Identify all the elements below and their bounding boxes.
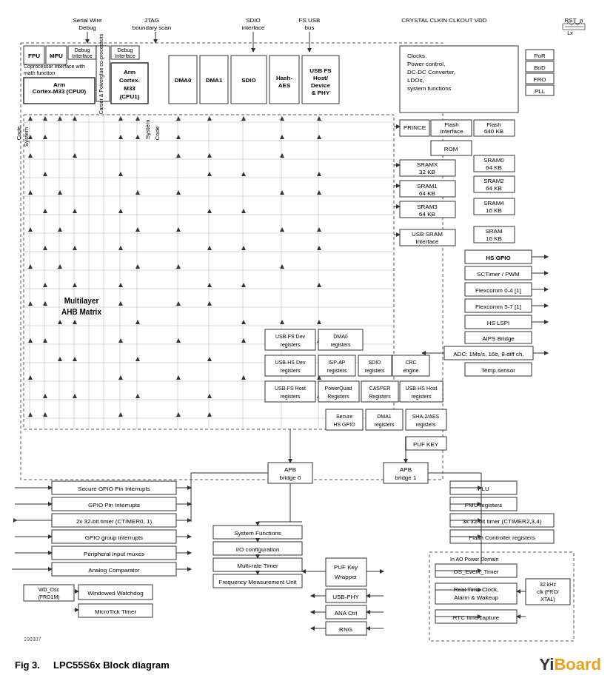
svg-text:PoR: PoR <box>534 53 546 59</box>
svg-text:engine: engine <box>403 368 418 374</box>
svg-text:Debug: Debug <box>118 47 133 53</box>
svg-text:Device: Device <box>311 82 330 89</box>
svg-marker-253 <box>43 412 47 417</box>
svg-text:GPIO group interrupts: GPIO group interrupts <box>85 534 143 541</box>
svg-text:JTAG: JTAG <box>144 17 159 24</box>
svg-text:Registers: Registers <box>369 394 391 400</box>
svg-marker-234 <box>241 338 246 343</box>
svg-marker-229 <box>317 320 321 324</box>
svg-text:(CPU1): (CPU1) <box>120 93 140 100</box>
svg-text:Interface: Interface <box>115 53 135 58</box>
svg-marker-231 <box>43 338 47 343</box>
brand-yi-text: Yi <box>539 655 554 674</box>
svg-marker-177 <box>176 153 181 158</box>
svg-text:DMA0: DMA0 <box>333 334 348 339</box>
svg-text:HS GPIO: HS GPIO <box>333 422 355 427</box>
svg-text:SCTimer / PWM: SCTimer / PWM <box>477 271 520 278</box>
svg-text:clk (FRO/: clk (FRO/ <box>537 589 559 595</box>
svg-rect-331 <box>326 558 366 586</box>
svg-text:Cortex-: Cortex- <box>119 77 140 84</box>
svg-text:DMA1: DMA1 <box>206 77 223 84</box>
svg-marker-246 <box>43 394 47 398</box>
svg-text:OS_Event_Timer: OS_Event_Timer <box>453 568 498 575</box>
svg-text:system functions: system functions <box>407 85 452 92</box>
svg-text:Multi-rate Timer: Multi-rate Timer <box>237 563 278 569</box>
svg-marker-247 <box>73 394 77 398</box>
svg-marker-230 <box>28 338 33 343</box>
svg-marker-203 <box>73 246 77 250</box>
svg-text:Serial Wire: Serial Wire <box>73 17 102 24</box>
svg-marker-202 <box>43 246 47 250</box>
svg-text:ANA Ctrl: ANA Ctrl <box>335 610 358 617</box>
svg-text:Arm: Arm <box>124 69 135 75</box>
svg-text:LDOs,: LDOs, <box>407 77 424 84</box>
svg-marker-220 <box>43 301 47 306</box>
fig-label: Fig 3. LPC55S6x Block diagram <box>15 659 170 671</box>
svg-marker-169 <box>43 135 47 139</box>
svg-marker-213 <box>43 283 47 287</box>
svg-marker-216 <box>207 283 212 287</box>
svg-marker-244 <box>241 375 246 380</box>
svg-text:SRAM1: SRAM1 <box>417 183 438 189</box>
svg-text:FRO: FRO <box>534 76 546 83</box>
svg-text:Arm: Arm <box>53 81 65 88</box>
svg-text:USB SRAM: USB SRAM <box>412 231 443 238</box>
svg-marker-173 <box>280 135 284 139</box>
svg-marker-193 <box>118 209 123 213</box>
svg-marker-164 <box>207 116 212 121</box>
svg-text:32 KB: 32 KB <box>419 169 435 175</box>
svg-text:registers: registers <box>416 422 436 428</box>
svg-text:AIPS Bridge: AIPS Bridge <box>482 335 515 342</box>
svg-marker-175 <box>28 153 33 158</box>
svg-text:Carser & Powerglue co-processo: Carser & Powerglue co-processors <box>98 33 104 114</box>
svg-text:SRAM2: SRAM2 <box>483 178 504 184</box>
svg-text:registers: registers <box>331 342 351 348</box>
svg-text:USB-PHY: USB-PHY <box>332 594 359 600</box>
svg-marker-194 <box>207 209 212 213</box>
svg-marker-189 <box>280 190 284 195</box>
svg-marker-196 <box>28 227 33 232</box>
svg-marker-201 <box>317 227 321 232</box>
svg-text:bridge 1: bridge 1 <box>395 474 417 481</box>
svg-text:Hash-: Hash- <box>276 75 293 81</box>
svg-text:USB-HS Host: USB-HS Host <box>406 386 438 391</box>
svg-marker-237 <box>73 357 77 361</box>
svg-text:AES: AES <box>278 82 291 89</box>
svg-text:Code: Code <box>16 126 22 141</box>
svg-text:ADC: 1Ms/s, 16b, 8-diff ch.: ADC: 1Ms/s, 16b, 8-diff ch. <box>453 351 523 357</box>
svg-text:Multilayer: Multilayer <box>64 297 99 305</box>
svg-text:registers: registers <box>281 394 301 400</box>
svg-text:PUF KEY: PUF KEY <box>413 441 439 448</box>
diagram-area: text { font-family: Arial, sans-serif; }… <box>7 7 609 651</box>
svg-text:System: System <box>144 119 151 139</box>
svg-marker-187 <box>135 190 140 195</box>
svg-marker-162 <box>135 116 140 121</box>
svg-text:Interface: Interface <box>415 238 439 245</box>
svg-marker-205 <box>207 246 212 250</box>
svg-text:APB: APB <box>400 466 412 473</box>
svg-text:190307: 190307 <box>24 637 41 642</box>
svg-marker-184 <box>317 172 321 176</box>
svg-marker-209 <box>58 264 62 269</box>
svg-text:Flexcomm 0-4 [1]: Flexcomm 0-4 [1] <box>475 287 521 294</box>
svg-marker-254 <box>118 412 123 417</box>
svg-marker-224 <box>58 320 62 324</box>
svg-text:ROM: ROM <box>444 146 458 152</box>
svg-text:USB FS: USB FS <box>309 67 332 74</box>
svg-text:Power control,: Power control, <box>407 61 445 67</box>
svg-text:XTAL): XTAL) <box>540 597 555 602</box>
block-diagram-svg: text { font-family: Arial, sans-serif; }… <box>7 7 609 651</box>
svg-text:64 KB: 64 KB <box>486 185 502 192</box>
svg-marker-192 <box>73 209 77 213</box>
svg-marker-207 <box>317 246 321 250</box>
svg-text:registers: registers <box>412 394 432 400</box>
svg-marker-225 <box>73 320 77 324</box>
svg-text:PRINCE: PRINCE <box>404 124 426 131</box>
svg-marker-180 <box>43 172 47 176</box>
svg-marker-165 <box>241 116 246 121</box>
svg-text:SRAM3: SRAM3 <box>417 204 438 210</box>
svg-marker-160 <box>73 116 77 121</box>
svg-marker-239 <box>207 357 212 361</box>
svg-text:registers: registers <box>281 342 301 348</box>
svg-marker-256 <box>207 412 212 417</box>
